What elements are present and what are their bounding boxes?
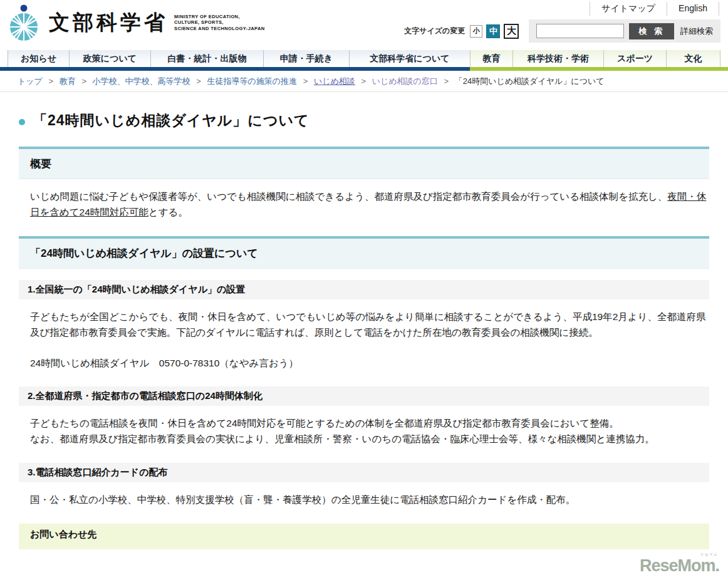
search-panel: 検 索 詳細検索 <box>529 19 720 43</box>
subsection-heading-3: 3.電話相談窓口紹介カードの配布 <box>19 463 709 482</box>
font-size-small-button[interactable]: 小 <box>470 25 482 38</box>
search-button[interactable]: 検 索 <box>629 23 674 39</box>
subsection-2-paragraph: 子どもたちの電話相談を夜間・休日を含めて24時間対応を可能とするための体制を全都… <box>30 415 709 447</box>
nav-tab-policy[interactable]: 政策について <box>69 50 150 67</box>
breadcrumb-current-page: 「24時間いじめ相談ダイヤル」について <box>455 76 605 86</box>
section-heading-setup: 「24時間いじめ相談ダイヤル」の設置について <box>19 236 709 269</box>
english-link[interactable]: English <box>667 2 719 16</box>
breadcrumb-separator: > <box>49 76 54 86</box>
breadcrumb-link-top[interactable]: トップ <box>18 76 43 86</box>
nav-tab-whitepapers[interactable]: 白書・統計・出版物 <box>150 50 263 67</box>
hotline-number: 24時間いじめ相談ダイヤル 0570-0-78310（なやみ言おう） <box>30 357 709 370</box>
mext-logo[interactable]: 文部科学省 MINISTRY OF EDUCATION, CULTURE, SP… <box>8 3 265 42</box>
nav-tab-about-mext[interactable]: 文部科学省について <box>349 50 470 67</box>
logo-kanji-text: 文部科学省 <box>49 9 168 37</box>
section-heading-overview: 概要 <box>19 147 709 179</box>
nav-tab-news[interactable]: お知らせ <box>8 50 69 67</box>
breadcrumb-link-education[interactable]: 教育 <box>60 76 76 86</box>
utility-links: サイトマップ English <box>590 2 719 16</box>
breadcrumb-link-ijime-soudan[interactable]: いじめ相談 <box>314 76 355 86</box>
site-header: 文部科学省 MINISTRY OF EDUCATION, CULTURE, SP… <box>0 0 728 50</box>
font-size-large-button[interactable]: 大 <box>504 24 519 39</box>
font-size-medium-button[interactable]: 中 <box>486 24 500 38</box>
search-input[interactable] <box>536 24 624 38</box>
breadcrumb-separator: > <box>361 76 366 86</box>
logo-en-line: SCIENCE AND TECHNOLOGY-JAPAN <box>174 26 265 32</box>
resemom-watermark: リセマム ReseMom. <box>640 556 719 576</box>
nav-tabs-row: お知らせ 政策について 白書・統計・出版物 申請・手続き 文部科学省について 教… <box>0 50 728 67</box>
page-title: 「24時間いじめ相談ダイヤル」について <box>33 111 309 130</box>
subsection-heading-1: 1.全国統一の「24時間いじめ相談ダイヤル」の設置 <box>19 280 709 299</box>
nav-tab-education[interactable]: 教育 <box>470 50 512 67</box>
global-nav: お知らせ 政策について 白書・統計・出版物 申請・手続き 文部科学省について 教… <box>0 50 728 71</box>
contact-section-heading: お問い合わせ先 <box>19 524 709 549</box>
breadcrumb-link-guidance[interactable]: 生徒指導等の施策の推進 <box>207 76 297 86</box>
breadcrumb-separator: > <box>303 76 308 86</box>
breadcrumb-link-soudan-window[interactable]: いじめ相談の窓口 <box>372 76 438 86</box>
nav-tab-applications[interactable]: 申請・手続き <box>263 50 349 67</box>
advanced-search-link[interactable]: 詳細検索 <box>680 26 713 37</box>
mext-logo-icon <box>8 3 40 42</box>
resemom-watermark-text: ReseMom. <box>640 556 719 575</box>
subsection-2-line-2: なお、都道府県及び指定都市教育委員会の実状により、児童相談所・警察・いのちの電話… <box>30 433 655 444</box>
logo-english-text: MINISTRY OF EDUCATION, CULTURE, SPORTS, … <box>174 14 265 32</box>
header-controls: 文字サイズの変更 小 中 大 検 索 詳細検索 <box>404 19 720 43</box>
resemom-watermark-ruby: リセマム <box>700 552 718 557</box>
sitemap-link[interactable]: サイトマップ <box>590 2 667 16</box>
nav-tab-sports[interactable]: スポーツ <box>603 50 666 67</box>
breadcrumb-separator: > <box>196 76 201 86</box>
breadcrumb-separator: > <box>444 76 449 86</box>
nav-bottom-green <box>470 67 728 71</box>
nav-tab-culture[interactable]: 文化 <box>666 50 720 67</box>
breadcrumb: トップ > 教育 > 小学校、中学校、高等学校 > 生徒指導等の施策の推進 > … <box>0 71 728 92</box>
main-content: 「24時間いじめ相談ダイヤル」について 概要 いじめ問題に悩む子どもや保護者等が… <box>0 111 728 549</box>
title-bullet-icon <box>19 119 25 125</box>
overview-text-pre: いじめ問題に悩む子どもや保護者等が、いつでも相談機関に相談できるよう、都道府県及… <box>30 191 667 202</box>
breadcrumb-separator: > <box>81 76 86 86</box>
nav-bottom-blue <box>0 67 470 71</box>
nav-tab-science[interactable]: 科学技術・学術 <box>512 50 603 67</box>
font-size-label: 文字サイズの変更 <box>404 26 465 36</box>
logo-en-line: MINISTRY OF EDUCATION, <box>174 14 265 20</box>
overview-text-post: とする。 <box>148 207 188 217</box>
page-title-row: 「24時間いじめ相談ダイヤル」について <box>19 111 709 130</box>
nav-spacer <box>0 50 8 67</box>
nav-bottom-strip <box>0 67 728 71</box>
overview-paragraph: いじめ問題に悩む子どもや保護者等が、いつでも相談機関に相談できるよう、都道府県及… <box>30 189 709 220</box>
subsection-1-paragraph: 子どもたちが全国どこからでも、夜間・休日を含めて、いつでもいじめ等の悩みをより簡… <box>30 309 709 340</box>
breadcrumb-link-schools[interactable]: 小学校、中学校、高等学校 <box>93 76 190 86</box>
subsection-2-line-1: 子どもたちの電話相談を夜間・休日を含めて24時間対応を可能とするための体制を全都… <box>30 418 619 428</box>
subsection-3-paragraph: 国・公・私立の小学校、中学校、特別支援学校（盲・聾・養護学校）の全児童生徒に電話… <box>30 492 709 507</box>
subsection-heading-2: 2.全都道府県・指定都市の電話相談窓口の24時間体制化 <box>19 386 709 406</box>
logo-en-line: CULTURE, SPORTS, <box>174 19 265 26</box>
